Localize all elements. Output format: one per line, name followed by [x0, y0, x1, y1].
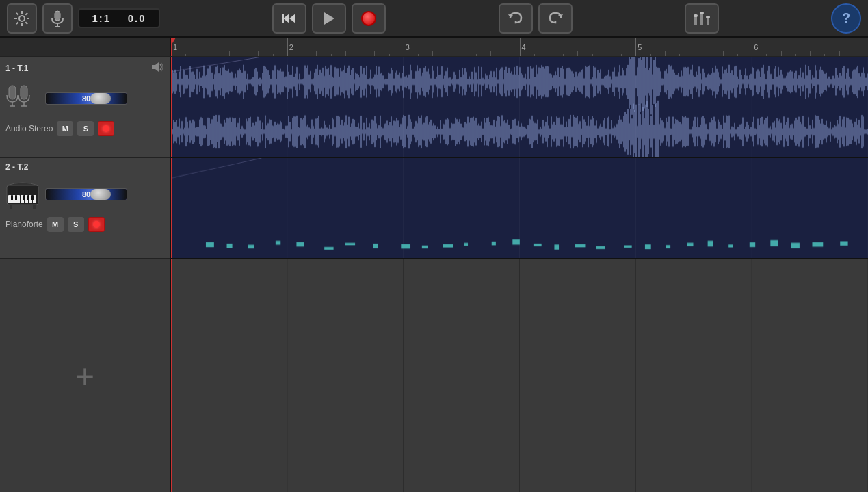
ruler-tick	[810, 51, 811, 57]
ruler-tick	[824, 54, 825, 57]
track-2-content[interactable]	[171, 158, 868, 259]
playhead-triangle	[171, 38, 176, 44]
ruler-marker-5: 5	[635, 38, 642, 56]
undo-button[interactable]	[499, 3, 533, 34]
toolbar: 1:1 0.0	[0, 0, 868, 38]
ruler-tick	[505, 54, 505, 57]
svg-line-7	[25, 12, 27, 14]
track-1-header: 1 - T.1	[0, 57, 170, 158]
mixer-button[interactable]	[685, 3, 719, 34]
redo-button[interactable]	[538, 3, 573, 34]
ruler-tick	[302, 54, 302, 57]
ruler-tick	[534, 54, 535, 57]
empty-track-area	[171, 259, 868, 492]
ruler-tick	[694, 51, 694, 57]
svg-point-0	[19, 16, 25, 21]
svg-marker-13	[289, 14, 295, 23]
ruler-tick	[331, 54, 332, 57]
ruler-marker-2: 2	[287, 38, 293, 56]
play-button[interactable]	[312, 3, 346, 34]
help-label: ?	[842, 10, 850, 26]
ruler-tick	[389, 54, 390, 57]
ruler-tick	[854, 54, 854, 57]
track-2-instrument-icon	[5, 177, 40, 211]
svg-rect-28	[21, 86, 27, 99]
ruler-tick	[360, 54, 360, 57]
svg-rect-23	[706, 16, 710, 18]
ruler-tick	[709, 54, 709, 57]
mic-button[interactable]	[42, 3, 73, 34]
settings-button[interactable]	[7, 3, 37, 34]
track-1-content[interactable]	[171, 57, 868, 158]
ruler: 123456	[0, 38, 868, 57]
ruler-tick	[665, 51, 666, 57]
track-1-speaker-icon[interactable]	[150, 61, 164, 76]
empty-track-grid	[171, 259, 868, 492]
track-2-rec-button[interactable]	[88, 217, 105, 232]
svg-rect-22	[700, 12, 704, 14]
track-2-solo-button[interactable]: S	[68, 217, 84, 232]
ruler-tick	[795, 54, 796, 57]
svg-marker-16	[508, 14, 513, 18]
track-1-volume-slider[interactable]: 80	[45, 92, 127, 105]
track-1-solo-button[interactable]: S	[77, 121, 94, 136]
svg-rect-42	[27, 195, 29, 200]
track-1-instrument-label: Audio Stereo	[5, 124, 53, 133]
track-1-volume-container: 80	[45, 92, 164, 105]
playhead-ruler	[171, 38, 172, 56]
track-2-mute-button[interactable]: M	[47, 217, 64, 232]
main-area: 1 - T.1	[0, 57, 868, 492]
ruler-tick	[781, 51, 782, 57]
svg-rect-40	[15, 195, 17, 200]
record-button[interactable]	[352, 3, 386, 34]
track-2-instrument-label: Pianoforte	[5, 220, 43, 229]
ruler-tick	[723, 51, 724, 57]
track-2-title: 2 - T.2	[5, 162, 28, 172]
ruler-tick	[679, 54, 680, 57]
svg-rect-14	[282, 14, 284, 23]
ruler-tick	[258, 51, 259, 57]
ruler-tick	[476, 54, 477, 57]
ruler-tick	[273, 54, 274, 57]
track-2-rec-dot	[93, 221, 100, 228]
track-1-rec-button[interactable]	[98, 121, 114, 136]
track-2-header: 2 - T.2	[0, 158, 170, 259]
track-2-volume-container: 80	[45, 188, 164, 200]
svg-rect-18	[694, 16, 697, 25]
position-time: 0.0	[128, 12, 146, 24]
svg-rect-41	[23, 195, 25, 200]
track-1-mute-button[interactable]: M	[57, 121, 73, 136]
ruler-tick	[490, 51, 491, 57]
help-button[interactable]: ?	[831, 3, 861, 34]
svg-rect-21	[694, 14, 698, 17]
ruler-track[interactable]: 123456	[171, 38, 868, 56]
rewind-button[interactable]	[272, 3, 306, 34]
ruler-tick	[418, 54, 419, 57]
track-1-playhead	[171, 57, 172, 157]
ruler-tick	[650, 54, 651, 57]
svg-rect-44	[10, 205, 12, 209]
track-2-volume-slider[interactable]: 80	[45, 188, 127, 200]
add-track-button[interactable]: +	[0, 259, 170, 492]
svg-rect-39	[11, 195, 13, 200]
track-1-rec-dot	[103, 125, 109, 132]
ruler-tick	[316, 51, 317, 57]
svg-line-5	[16, 12, 18, 14]
ruler-tick	[737, 54, 738, 57]
ruler-tick	[462, 51, 462, 57]
ruler-tick	[215, 54, 215, 57]
track-1-volume-knob[interactable]	[90, 93, 111, 104]
ruler-tick	[447, 54, 447, 57]
track-1-instrument-icon	[5, 81, 40, 116]
svg-rect-45	[33, 205, 36, 209]
svg-rect-43	[31, 195, 34, 200]
ruler-left-space	[0, 38, 171, 56]
position-bar: 1:1	[92, 12, 111, 24]
ruler-tick	[374, 51, 375, 57]
svg-rect-25	[9, 86, 16, 99]
ruler-tick	[592, 54, 593, 57]
ruler-tick	[200, 51, 200, 57]
ruler-marker-3: 3	[404, 38, 410, 56]
track-2-volume-knob[interactable]	[90, 189, 111, 200]
svg-marker-17	[558, 14, 563, 18]
